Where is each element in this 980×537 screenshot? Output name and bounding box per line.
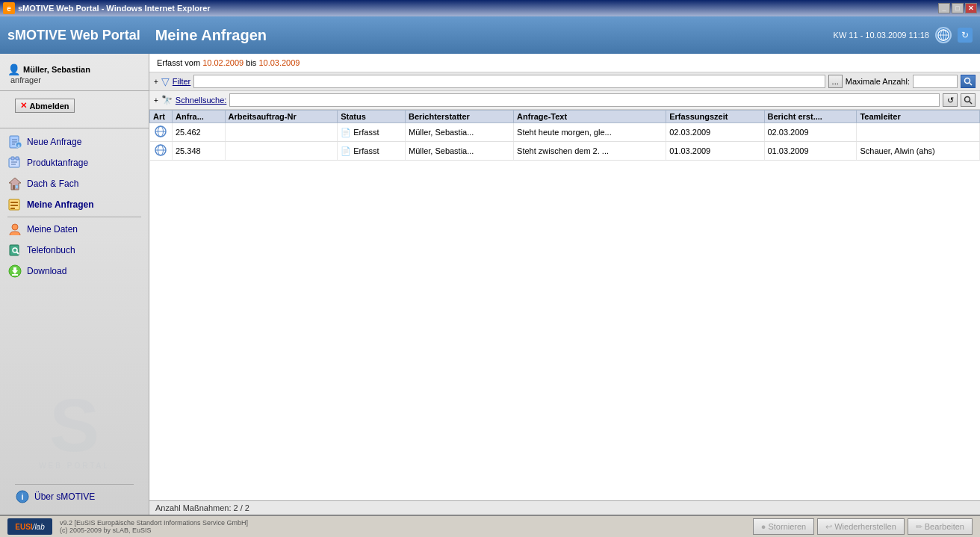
cell-berichterstatter: Müller, Sebastia... <box>405 142 513 161</box>
filter-input[interactable] <box>193 75 825 88</box>
title-bar: e sMOTIVE Web Portal - Windows Internet … <box>0 0 980 16</box>
svg-rect-19 <box>10 202 18 203</box>
filter-expand-icon[interactable]: + <box>154 78 158 86</box>
col-bericht-erst[interactable]: Bericht erst.... <box>764 111 857 123</box>
sidebar-item-download[interactable]: Download <box>0 261 149 282</box>
table-row[interactable]: 25.348 📄 Erfasst Müller, Sebastia... Ste… <box>150 142 980 161</box>
sidebar-item-dach-fach[interactable]: Dach & Fach <box>0 173 149 194</box>
telefonbuch-label: Telefonbuch <box>27 245 75 255</box>
dach-fach-icon <box>7 176 22 191</box>
watermark-label: WEB PORTAL <box>39 462 110 470</box>
stornieren-icon: ● <box>761 522 766 531</box>
filter-bar: + ▽ Filter ... Maximale Anzahl: <box>149 72 980 91</box>
col-art: Art <box>150 111 173 123</box>
watermark-s: S <box>49 391 99 459</box>
wiederherstellen-button[interactable]: ↩ Wiederherstellen <box>817 518 905 535</box>
sidebar-item-produktanfrage[interactable]: Produktanfrage <box>0 152 149 173</box>
filter-dots-button[interactable]: ... <box>828 75 843 88</box>
browser-icon: e <box>3 2 15 14</box>
sidebar-user: 👤 Müller, Sebastian anfrager <box>0 58 149 87</box>
quicksearch-expand-icon[interactable]: + <box>154 96 158 105</box>
stornieren-button[interactable]: ● Stornieren <box>753 518 814 535</box>
max-input[interactable] <box>913 75 958 88</box>
eusi-text: EUSI <box>15 523 32 531</box>
col-anfrage[interactable]: Anfra... <box>173 111 226 123</box>
cell-anfrage-text: Steht heute morgen, gle... <box>514 123 666 142</box>
sidebar-item-about[interactable]: i Über sMOTIVE <box>7 486 141 507</box>
quicksearch-input[interactable] <box>229 93 940 107</box>
footer-copyright: (c) 2005-2009 by sLAB, EuSIS <box>60 527 248 534</box>
table-row[interactable]: 25.462 📄 Erfasst Müller, Sebastia... Ste… <box>150 123 980 142</box>
bearbeiten-button[interactable]: ✏ Bearbeiten <box>908 518 973 535</box>
eusi-logo: EUSI /lab <box>7 518 52 535</box>
download-icon <box>7 264 22 279</box>
download-label: Download <box>27 266 66 276</box>
header-right: KW 11 - 10.03.2009 11:18 ↻ <box>834 27 973 43</box>
col-status[interactable]: Status <box>338 111 406 123</box>
produktanfrage-icon <box>7 155 22 170</box>
col-anfrage-text[interactable]: Anfrage-Text <box>514 111 666 123</box>
svg-point-33 <box>965 97 970 102</box>
svg-point-31 <box>965 78 970 84</box>
meine-daten-icon <box>7 222 22 237</box>
svg-text:+: + <box>17 143 20 149</box>
col-arbeitsauftrag[interactable]: Arbeitsauftrag-Nr <box>225 111 338 123</box>
svg-line-32 <box>970 83 972 85</box>
sidebar-username: 👤 Müller, Sebastian <box>7 63 141 75</box>
quicksearch-label[interactable]: Schnellsuche: <box>176 96 227 105</box>
date-to-link[interactable]: 10.03.2009 <box>258 58 300 67</box>
svg-rect-17 <box>16 185 18 188</box>
produktanfrage-label: Produktanfrage <box>27 158 88 168</box>
sidebar-item-telefonbuch[interactable]: Telefonbuch <box>0 240 149 261</box>
cell-bericht-erst: 02.03.2009 <box>764 123 857 142</box>
sidebar-item-neue-anfrage[interactable]: + Neue Anfrage <box>0 131 149 152</box>
meine-anfragen-label: Meine Anfragen <box>27 199 94 210</box>
date-from-link[interactable]: 10.02.2009 <box>202 58 244 67</box>
cell-art <box>150 123 173 142</box>
filter-label[interactable]: Filter <box>173 77 190 86</box>
refresh-button[interactable]: ↻ <box>958 28 973 43</box>
filter-funnel-icon: ▽ <box>161 75 170 87</box>
sidebar-item-meine-anfragen[interactable]: Meine Anfragen <box>0 194 149 215</box>
date-range-header: Erfasst vom 10.02.2009 bis 10.03.2009 <box>149 54 980 72</box>
cell-erfassungszeit: 02.03.2009 <box>666 123 764 142</box>
sidebar: 👤 Müller, Sebastian anfrager ✕ Abmelden … <box>0 54 149 515</box>
svg-point-22 <box>12 224 18 230</box>
col-teamleiter[interactable]: Teamleiter <box>857 111 980 123</box>
cell-teamleiter: Schauer, Alwin (ahs) <box>857 142 980 161</box>
meine-anfragen-icon <box>7 197 22 212</box>
cell-erfassungszeit: 01.03.2009 <box>666 142 764 161</box>
user-icon: 👤 <box>7 63 20 75</box>
cell-teamleiter <box>857 123 980 142</box>
footer-info: v9.2 [EuSIS Europäische Standort Informa… <box>60 519 248 534</box>
footer-version: v9.2 [EuSIS Europäische Standort Informa… <box>60 519 248 527</box>
cell-anfrage-nr: 25.348 <box>173 142 226 161</box>
neue-anfrage-icon: + <box>7 134 22 149</box>
svg-line-34 <box>970 102 972 104</box>
quicksearch-go-button[interactable] <box>961 93 976 107</box>
sidebar-divider <box>0 90 149 91</box>
about-label: Über sMOTIVE <box>34 491 95 502</box>
minimize-button[interactable]: _ <box>938 3 950 13</box>
svg-rect-11 <box>11 157 14 160</box>
app-header: sMOTIVE Web Portal Meine Anfragen KW 11 … <box>0 16 980 54</box>
nav-separator-1 <box>7 217 141 217</box>
maximize-button[interactable]: □ <box>952 3 964 13</box>
svg-text:i: i <box>22 492 24 501</box>
sidebar-item-meine-daten[interactable]: Meine Daten <box>0 219 149 240</box>
main-container: 👤 Müller, Sebastian anfrager ✕ Abmelden … <box>0 54 980 515</box>
globe-icon[interactable] <box>935 27 952 43</box>
close-button[interactable]: ✕ <box>965 3 977 13</box>
logout-button[interactable]: ✕ Abmelden <box>15 99 75 113</box>
filter-search-button[interactable] <box>961 75 976 88</box>
cell-status: 📄 Erfasst <box>338 123 406 142</box>
window-title: sMOTIVE Web Portal - Windows Internet Ex… <box>18 4 211 13</box>
content-area: Erfasst vom 10.02.2009 bis 10.03.2009 + … <box>149 54 980 515</box>
kw-info: KW 11 - 10.03.2009 11:18 <box>834 31 929 40</box>
quicksearch-bar: + 🔭 Schnellsuche: ↺ <box>149 91 980 110</box>
status-text: Anzahl Maßnahmen: 2 / 2 <box>155 503 249 512</box>
col-erfassungszeit[interactable]: Erfassungszeit <box>666 111 764 123</box>
col-berichterstatter[interactable]: Berichterstatter <box>405 111 513 123</box>
sidebar-divider-2 <box>0 128 149 128</box>
quicksearch-reset-button[interactable]: ↺ <box>943 93 958 107</box>
